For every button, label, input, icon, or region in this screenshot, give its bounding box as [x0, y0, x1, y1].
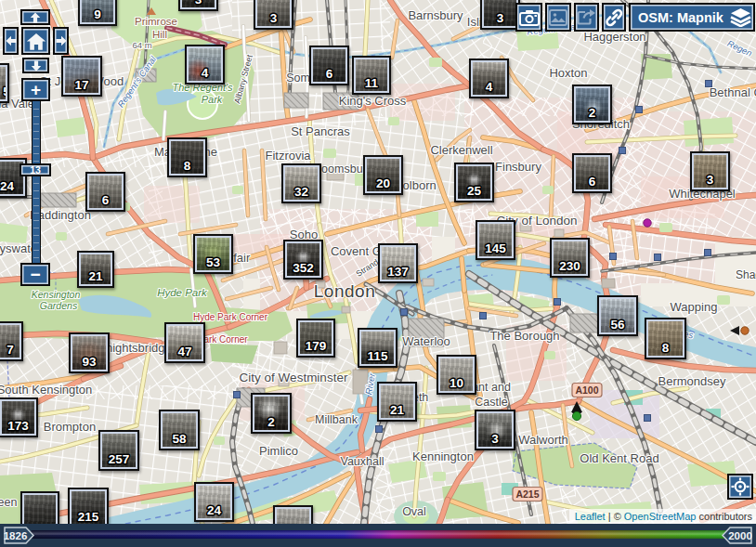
- svg-text:3: 3: [195, 0, 202, 7]
- svg-text:115: 115: [368, 349, 388, 363]
- svg-text:Park: Park: [202, 94, 223, 105]
- svg-text:10: 10: [450, 376, 463, 390]
- svg-text:1826: 1826: [4, 530, 27, 541]
- svg-text:21: 21: [88, 269, 103, 283]
- svg-text:6: 6: [102, 193, 110, 207]
- svg-text:Gardens: Gardens: [40, 300, 78, 311]
- svg-text:Haggerston: Haggerston: [583, 30, 645, 44]
- svg-text:Kennington: Kennington: [412, 449, 474, 463]
- svg-text:A100: A100: [575, 384, 598, 396]
- svg-text:Kensington: Kensington: [32, 289, 81, 300]
- svg-text:St Pancras: St Pancras: [291, 124, 350, 138]
- svg-text:Wapping: Wapping: [671, 300, 718, 314]
- svg-text:17: 17: [74, 78, 88, 92]
- svg-text:Hill: Hill: [152, 29, 167, 40]
- svg-text:King's Cross: King's Cross: [339, 94, 407, 108]
- svg-text:A215: A215: [515, 488, 539, 500]
- svg-text:7: 7: [7, 343, 14, 357]
- svg-text:9: 9: [94, 7, 101, 21]
- svg-text:137: 137: [387, 265, 409, 279]
- svg-text:Fitzrovia: Fitzrovia: [265, 149, 311, 163]
- svg-text:Oval: Oval: [402, 505, 426, 518]
- svg-text:Old Kent Road: Old Kent Road: [580, 451, 658, 465]
- svg-text:The Borough: The Borough: [489, 329, 559, 343]
- svg-text:Barnsbury: Barnsbury: [408, 8, 463, 22]
- svg-text:352: 352: [293, 261, 314, 275]
- svg-text:32: 32: [294, 185, 308, 199]
- svg-text:London: London: [314, 281, 375, 301]
- svg-text:Vauxhall: Vauxhall: [340, 455, 384, 468]
- svg-text:25: 25: [467, 184, 482, 198]
- svg-text:Bermondsey: Bermondsey: [658, 374, 726, 388]
- svg-text:8: 8: [662, 341, 670, 355]
- svg-text:Hyde Park Corner: Hyde Park Corner: [193, 312, 268, 322]
- svg-text:City of Westminster: City of Westminster: [240, 371, 348, 384]
- svg-text:Pimlico: Pimlico: [259, 444, 298, 458]
- svg-text:47: 47: [177, 345, 191, 358]
- svg-text:een: een: [0, 496, 17, 509]
- svg-text:5: 5: [3, 85, 6, 98]
- svg-text:53: 53: [206, 255, 221, 269]
- svg-text:6: 6: [589, 175, 596, 189]
- svg-text:Millbank: Millbank: [315, 413, 358, 426]
- svg-text:93: 93: [82, 355, 97, 369]
- svg-text:Hyde Park: Hyde Park: [157, 287, 208, 298]
- svg-text:3: 3: [707, 173, 714, 187]
- svg-text:24: 24: [0, 179, 14, 193]
- svg-text:2: 2: [589, 106, 596, 120]
- svg-text:3: 3: [497, 11, 504, 25]
- svg-text:Bethnal Gree: Bethnal Gree: [710, 85, 756, 99]
- svg-text:20: 20: [376, 176, 390, 190]
- svg-text:Castle: Castle: [475, 396, 507, 409]
- svg-text:230: 230: [559, 259, 580, 273]
- svg-text:215: 215: [78, 510, 99, 524]
- svg-text:4: 4: [202, 66, 209, 80]
- svg-text:2000: 2000: [728, 530, 752, 541]
- svg-text:24: 24: [207, 503, 222, 517]
- svg-text:257: 257: [109, 452, 130, 466]
- svg-text:Clerkenwell: Clerkenwell: [430, 143, 492, 157]
- svg-text:173: 173: [7, 419, 29, 433]
- svg-text:Primrose: Primrose: [135, 16, 177, 27]
- svg-text:Walworth: Walworth: [518, 433, 568, 447]
- svg-text:3: 3: [491, 432, 499, 446]
- svg-text:ark Corner: ark Corner: [203, 334, 248, 345]
- svg-text:South Kensington: South Kensington: [0, 383, 92, 397]
- svg-text:145: 145: [485, 241, 506, 255]
- svg-text:58: 58: [172, 432, 187, 446]
- svg-text:Finsbury: Finsbury: [495, 160, 541, 174]
- svg-text:11: 11: [365, 76, 379, 90]
- svg-text:Shad: Shad: [736, 268, 756, 281]
- svg-text:56: 56: [610, 318, 625, 332]
- svg-text:3: 3: [270, 11, 278, 25]
- svg-text:Waterloo: Waterloo: [402, 334, 450, 348]
- svg-text:179: 179: [306, 339, 327, 353]
- svg-text:21: 21: [390, 403, 405, 417]
- svg-text:8: 8: [184, 159, 191, 173]
- svg-text:Hoxton: Hoxton: [549, 66, 587, 80]
- svg-text:Brompton: Brompton: [44, 420, 96, 434]
- svg-text:6: 6: [326, 67, 333, 81]
- svg-text:2: 2: [267, 415, 275, 429]
- svg-text:4: 4: [486, 80, 493, 94]
- svg-text:64 m: 64 m: [132, 40, 151, 50]
